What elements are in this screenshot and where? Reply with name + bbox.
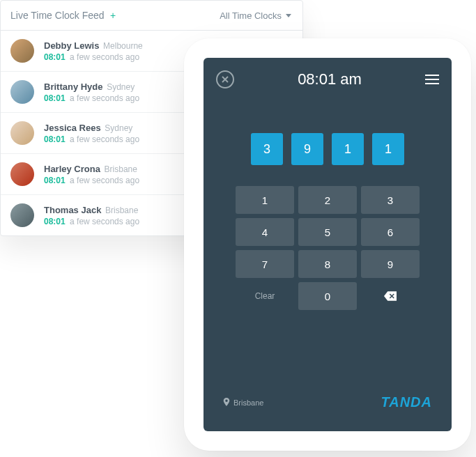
close-icon (221, 75, 229, 84)
keypad: 1 2 3 4 5 6 7 8 9 Clear 0 (204, 186, 452, 310)
feed-location: Sydney (107, 82, 135, 92)
feed-ago: a few seconds ago (70, 93, 139, 103)
feed-title-wrap: Live Time Clock Feed + (10, 9, 116, 22)
location-pin-icon (223, 398, 230, 408)
pin-digit: 3 (251, 133, 283, 165)
chevron-down-icon (286, 14, 291, 17)
key-2[interactable]: 2 (298, 186, 357, 214)
menu-button[interactable] (425, 75, 439, 84)
feed-header: Live Time Clock Feed + All Time Clocks (1, 1, 302, 31)
close-button[interactable] (216, 70, 234, 88)
feed-title: Live Time Clock Feed (10, 10, 105, 21)
key-4[interactable]: 4 (236, 218, 294, 246)
key-8[interactable]: 8 (298, 250, 357, 278)
feed-location: Melbourne (103, 41, 143, 51)
feed-item-text: Brittany Hyde Sydney 08:01 a few seconds… (44, 82, 139, 103)
device-footer: Brisbane TANDA (204, 394, 452, 431)
feed-item-text: Thomas Jack Brisbane 08:01 a few seconds… (44, 205, 139, 226)
avatar (10, 39, 34, 63)
feed-name: Thomas Jack (44, 205, 101, 215)
device-header: 08:01 am (204, 58, 452, 98)
avatar (10, 203, 34, 227)
backspace-icon (384, 291, 397, 301)
feed-name: Brittany Hyde (44, 82, 103, 92)
hamburger-icon (425, 75, 439, 76)
feed-location: Sydney (105, 123, 132, 133)
feed-location: Brisbane (105, 206, 138, 215)
key-3[interactable]: 3 (361, 186, 420, 214)
feed-ago: a few seconds ago (70, 176, 139, 185)
device-time: 08:01 am (298, 70, 362, 88)
feed-time: 08:01 (44, 134, 66, 144)
key-5[interactable]: 5 (298, 218, 357, 246)
key-7[interactable]: 7 (236, 250, 294, 278)
key-backspace[interactable] (361, 282, 420, 310)
feed-time: 08:01 (44, 93, 66, 103)
device-location: Brisbane (223, 398, 263, 408)
feed-name: Jessica Rees (44, 123, 101, 133)
feed-ago: a few seconds ago (70, 52, 139, 62)
key-1[interactable]: 1 (236, 186, 294, 214)
feed-location: Brisbane (105, 164, 137, 174)
feed-item-text: Jessica Rees Sydney 08:01 a few seconds … (44, 123, 139, 144)
device-screen: 08:01 am 3 9 1 1 1 2 3 4 5 6 7 8 9 Clear… (204, 58, 452, 431)
feed-name: Debby Lewis (44, 40, 99, 51)
feed-ago: a few seconds ago (70, 217, 139, 226)
key-clear[interactable]: Clear (236, 282, 294, 310)
feed-name: Harley Crona (44, 164, 100, 174)
key-9[interactable]: 9 (361, 250, 420, 278)
pin-display: 3 9 1 1 (204, 112, 452, 186)
feed-item-text: Debby Lewis Melbourne 08:01 a few second… (44, 40, 143, 62)
feed-filter-dropdown[interactable]: All Time Clocks (220, 10, 291, 21)
feed-item-text: Harley Crona Brisbane 08:01 a few second… (44, 164, 139, 185)
feed-time: 08:01 (44, 52, 66, 62)
device-location-text: Brisbane (233, 398, 263, 407)
feed-filter-label: All Time Clocks (220, 10, 282, 21)
feed-time: 08:01 (44, 176, 66, 185)
pin-digit: 1 (332, 133, 364, 165)
key-0[interactable]: 0 (298, 282, 357, 310)
pin-digit: 9 (291, 133, 323, 165)
pin-digit: 1 (372, 133, 404, 165)
key-6[interactable]: 6 (361, 218, 420, 246)
avatar (10, 121, 34, 145)
time-clock-device: 08:01 am 3 9 1 1 1 2 3 4 5 6 7 8 9 Clear… (184, 38, 471, 451)
avatar (10, 162, 34, 186)
brand-logo: TANDA (381, 394, 432, 410)
add-feed-button[interactable]: + (110, 10, 116, 21)
feed-ago: a few seconds ago (70, 134, 139, 144)
avatar (10, 80, 34, 104)
feed-time: 08:01 (44, 217, 66, 226)
